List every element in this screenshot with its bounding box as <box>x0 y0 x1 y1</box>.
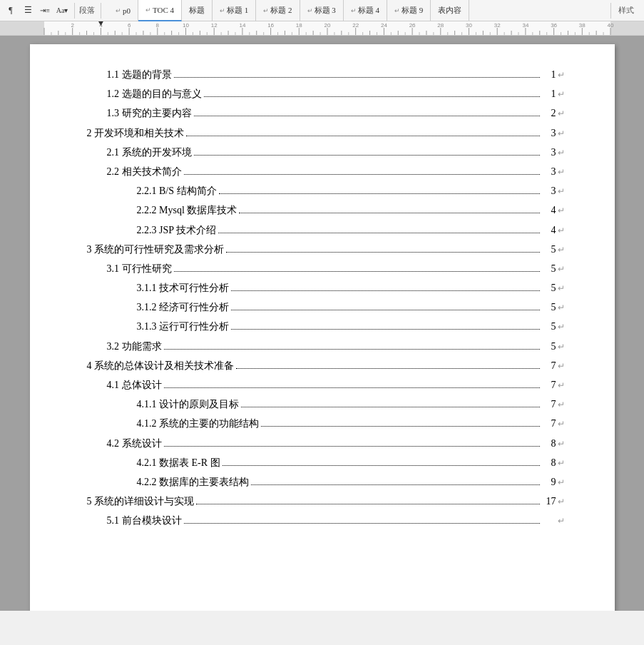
toc-newline-23: ↵ <box>558 514 565 529</box>
toc-page-3: 3 <box>542 124 556 142</box>
toc-page-20: 8 <box>542 454 556 472</box>
toc-newline-18: ↵ <box>558 417 565 432</box>
toc-page-9: 5 <box>542 240 556 258</box>
toc-dots-1 <box>204 96 540 97</box>
toc-row-13: 3.1.3 运行可行性分析5↵ <box>137 318 565 335</box>
toc-text-2: 1.3 研究的主要内容 <box>107 104 192 122</box>
toc-row-4: 2.1 系统的开发环境3↵ <box>107 143 565 161</box>
list-icon[interactable]: ☰ <box>20 3 36 19</box>
style-toolbar: ¶ ☰ ⇥≡ Aa▾ 段落 ↵p0↵TOC 4标题↵标题 1↵标题 2↵标题 3… <box>0 0 644 21</box>
toc-row-0: 1.1 选题的背景1↵ <box>107 66 565 83</box>
toc-text-11: 3.1.1 技术可行性分析 <box>137 279 230 297</box>
toc-text-19: 4.2 系统设计 <box>107 435 162 452</box>
toc-text-14: 3.2 功能需求 <box>107 337 162 355</box>
style-tab-toc_4[interactable]: ↵TOC 4 <box>138 0 182 21</box>
toc-container: 1.1 选题的背景1↵1.2 选题的目的与意义1↵1.3 研究的主要内容2↵2 … <box>87 66 565 530</box>
toc-page-0: 1 <box>542 66 556 83</box>
toc-row-15: 4 系统的总体设计及相关技术准备7↵ <box>87 357 565 375</box>
toc-newline-4: ↵ <box>558 146 565 161</box>
toc-text-21: 4.2.2 数据库的主要表结构 <box>137 473 250 491</box>
toc-row-3: 2 开发环境和相关技术3↵ <box>87 124 565 142</box>
toc-dots-11 <box>231 290 540 291</box>
toc-dots-8 <box>218 233 539 233</box>
toc-row-17: 4.1.1 设计的原则及目标7↵ <box>137 395 565 413</box>
ruler-canvas <box>0 21 644 35</box>
page: 1.1 选题的背景1↵1.2 选题的目的与意义1↵1.3 研究的主要内容2↵2 … <box>30 44 615 611</box>
toc-newline-22: ↵ <box>558 494 565 510</box>
toc-newline-10: ↵ <box>558 262 565 278</box>
toc-row-6: 2.2.1 B/S 结构简介3↵ <box>137 182 565 200</box>
toc-page-5: 3 <box>542 163 556 181</box>
toc-dots-0 <box>174 77 540 78</box>
toc-page-14: 5 <box>542 337 556 355</box>
toc-newline-6: ↵ <box>558 184 565 200</box>
toc-page-16: 7 <box>542 376 556 394</box>
toc-text-13: 3.1.3 运行可行性分析 <box>137 318 230 335</box>
style-tab-标题_9[interactable]: ↵标题 9 <box>387 0 431 21</box>
toc-row-9: 3 系统的可行性研究及需求分析5↵ <box>87 240 565 258</box>
style-tab-表内容[interactable]: 表内容 <box>431 0 469 21</box>
toc-row-20: 4.2.1 数据表 E-R 图8↵ <box>137 454 565 472</box>
toc-dots-16 <box>164 387 540 388</box>
toc-newline-11: ↵ <box>558 281 565 297</box>
toc-text-17: 4.1.1 设计的原则及目标 <box>137 395 240 413</box>
toc-row-12: 3.1.2 经济可行性分析5↵ <box>137 298 565 316</box>
toc-dots-9 <box>226 252 540 253</box>
toc-text-4: 2.1 系统的开发环境 <box>107 143 192 161</box>
toc-text-23: 5.1 前台模块设计 <box>107 512 182 529</box>
toc-text-15: 4 系统的总体设计及相关技术准备 <box>87 357 235 375</box>
toc-dots-3 <box>186 136 540 136</box>
style-tab-标题_1[interactable]: ↵标题 1 <box>213 0 256 21</box>
toc-newline-19: ↵ <box>558 437 565 452</box>
toc-page-4: 3 <box>542 143 556 161</box>
toc-row-14: 3.2 功能需求5↵ <box>107 337 565 355</box>
toc-dots-15 <box>236 368 540 369</box>
toc-newline-5: ↵ <box>558 165 565 181</box>
toc-newline-8: ↵ <box>558 223 565 239</box>
toc-page-17: 7 <box>542 395 556 413</box>
toc-text-20: 4.2.1 数据表 E-R 图 <box>137 454 220 472</box>
toc-page-11: 5 <box>542 279 556 297</box>
toc-row-7: 2.2.2 Mysql 数据库技术4↵ <box>137 201 565 219</box>
style-tab-标题[interactable]: 标题 <box>182 0 213 21</box>
toc-page-15: 7 <box>542 357 556 375</box>
toc-dots-13 <box>231 329 540 330</box>
toc-page-6: 3 <box>542 182 556 200</box>
paragraph-icon[interactable]: ¶ <box>3 3 19 19</box>
document-area: 1.1 选题的背景1↵1.2 选题的目的与意义1↵1.3 研究的主要内容2↵2 … <box>0 36 644 611</box>
style-tab-标题_3[interactable]: ↵标题 3 <box>300 0 344 21</box>
style-tab-p0[interactable]: ↵p0 <box>108 0 138 21</box>
indent-icon[interactable]: ⇥≡ <box>37 3 53 19</box>
toc-row-16: 4.1 总体设计7↵ <box>107 376 565 394</box>
toc-text-0: 1.1 选题的背景 <box>107 66 172 83</box>
toc-text-5: 2.2 相关技术简介 <box>107 163 182 181</box>
toc-dots-2 <box>194 116 540 116</box>
style-tab-标题_4[interactable]: ↵标题 4 <box>344 0 387 21</box>
toc-text-9: 3 系统的可行性研究及需求分析 <box>87 240 225 258</box>
toc-newline-17: ↵ <box>558 397 565 413</box>
toc-row-1: 1.2 选题的目的与意义1↵ <box>107 85 565 103</box>
toc-dots-17 <box>241 407 540 407</box>
section-label: 段落 <box>79 3 101 19</box>
toc-page-18: 7 <box>542 415 556 432</box>
toc-page-2: 2 <box>542 104 556 122</box>
toc-text-7: 2.2.2 Mysql 数据库技术 <box>137 201 237 219</box>
toc-newline-0: ↵ <box>558 68 565 83</box>
toc-row-2: 1.3 研究的主要内容2↵ <box>107 104 565 122</box>
toc-page-13: 5 <box>542 318 556 335</box>
toc-text-10: 3.1 可行性研究 <box>107 260 172 278</box>
toc-newline-3: ↵ <box>558 126 565 142</box>
toc-page-12: 5 <box>542 298 556 316</box>
toc-page-19: 8 <box>542 435 556 452</box>
toc-text-1: 1.2 选题的目的与意义 <box>107 85 202 103</box>
toc-dots-22 <box>196 504 540 504</box>
toc-dots-6 <box>219 193 540 194</box>
styles-label: 样式 <box>610 3 641 19</box>
toc-dots-23 <box>184 523 540 524</box>
manage-styles-icon[interactable]: Aa▾ <box>54 3 70 19</box>
style-tab-标题_2[interactable]: ↵标题 2 <box>256 0 300 21</box>
toc-dots-21 <box>251 484 540 485</box>
toc-row-18: 4.1.2 系统的主要的功能结构7↵ <box>137 415 565 432</box>
toc-page-22: 17 <box>542 492 556 510</box>
toc-newline-15: ↵ <box>558 359 565 375</box>
